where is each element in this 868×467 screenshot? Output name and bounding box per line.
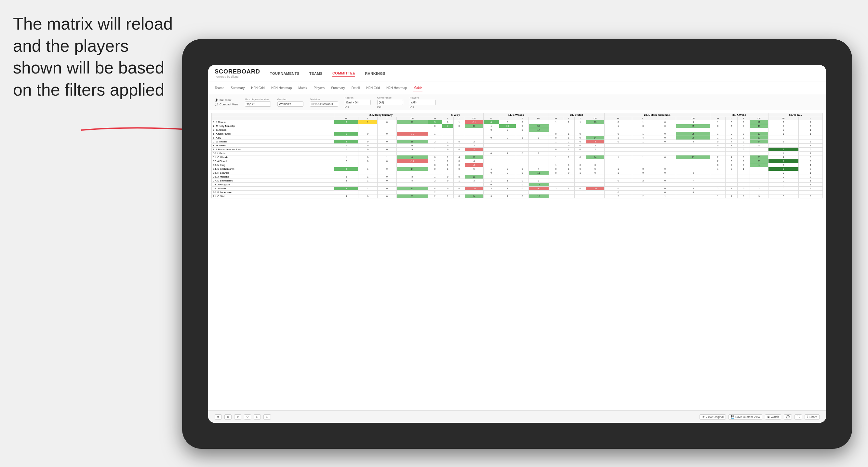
tablet-device: SCOREBOARD Powered by clippd TOURNAMENTS… bbox=[182, 39, 852, 449]
conference-label: Conference bbox=[377, 96, 403, 99]
table-row: 10. L Perini 0102 11 bbox=[212, 152, 823, 155]
max-players-select[interactable]: Top 25 bbox=[245, 101, 271, 107]
col-header-23: 23. L Marie Schumac. bbox=[604, 113, 710, 117]
table-row: 2. M Kelly Mulcahy 07040 110050 10035 06… bbox=[212, 124, 823, 128]
watch-label: Watch bbox=[771, 415, 779, 418]
table-row: 6. A Dy 0011 01014 14025 10013 bbox=[212, 136, 823, 140]
view-options: Full View Compact View bbox=[215, 98, 238, 106]
redo-button[interactable]: ↻ bbox=[224, 414, 231, 419]
fullscreen-icon: ⛶ bbox=[797, 415, 800, 418]
table-row: 20. E Andersson 2 0108 bbox=[212, 191, 823, 194]
table-row: 21. O Stoll 40033 21014 31010 221 1109 0… bbox=[212, 194, 823, 198]
matrix-content[interactable]: 2. M Kelly Mulcahy 6. A Dy 11. G Woods 2… bbox=[208, 110, 826, 410]
subnav-teams[interactable]: Teams bbox=[215, 85, 224, 91]
logo-area: SCOREBOARD Powered by clippd bbox=[215, 68, 260, 79]
fullscreen-button[interactable]: ⛶ bbox=[795, 414, 802, 419]
col-header-6: 6. A Dy bbox=[428, 113, 483, 117]
table-row: 12. A Bianchi 200-16 1104 20025 10 bbox=[212, 159, 823, 163]
table-row: 17. D Ballesteros 3105 2013 1101 0207 01 bbox=[212, 179, 823, 183]
subnav-h2hheatmap1[interactable]: H2H Heatmap bbox=[271, 85, 292, 91]
compact-view-option[interactable]: Compact View bbox=[215, 103, 238, 106]
filters-row: Full View Compact View Max players in vi… bbox=[208, 94, 826, 110]
players-label: Players bbox=[410, 96, 436, 99]
conference-filter: Conference (All) (All) bbox=[377, 96, 403, 108]
subnav-summary1[interactable]: Summary bbox=[230, 85, 245, 91]
redo-icon: ↻ bbox=[227, 415, 229, 418]
max-players-label: Max players in view bbox=[245, 98, 271, 101]
conference-select[interactable]: (All) bbox=[377, 100, 403, 105]
table-row: 5. A Nomrowski 100-11 1 010 01025 10013 … bbox=[212, 132, 823, 136]
view-original-button[interactable]: 👁 View: Original bbox=[700, 414, 726, 419]
subnav-h2hheatmap2[interactable]: H2H Heatmap bbox=[386, 85, 407, 91]
share-label: Share bbox=[809, 415, 817, 418]
nav-tournaments[interactable]: TOURNAMENTS bbox=[270, 70, 300, 77]
players-select[interactable]: (All) bbox=[410, 100, 436, 105]
col-header-2: 2. M Kelly Mulcahy bbox=[334, 113, 428, 117]
subnav-h2hgrid1[interactable]: H2H Grid bbox=[251, 85, 265, 91]
save-icon: 💾 bbox=[731, 415, 734, 418]
undo-button[interactable]: ↺ bbox=[215, 414, 222, 419]
subnav-matrix2[interactable]: Matrix bbox=[413, 85, 422, 91]
table-row: 1. J Garcia 31027 301-11 400 11110 0106 … bbox=[212, 120, 823, 124]
sub-nav: Teams Summary H2H Grid H2H Heatmap Matri… bbox=[208, 82, 826, 94]
col-header-38: 38. A Webb bbox=[710, 113, 769, 117]
save-custom-view-button[interactable]: 💾 Save Custom View bbox=[728, 414, 762, 419]
save-custom-label: Save Custom View bbox=[735, 415, 760, 418]
gender-select[interactable]: Women's bbox=[277, 101, 303, 107]
subnav-detail[interactable]: Detail bbox=[351, 85, 360, 91]
full-view-label: Full View bbox=[219, 98, 231, 102]
settings-button[interactable]: ⚙ bbox=[244, 414, 251, 419]
compact-view-label: Compact View bbox=[219, 103, 238, 106]
gender-filter: Gender Women's bbox=[277, 98, 303, 107]
annotation-text: The matrix will reload and the players s… bbox=[13, 13, 176, 101]
division-select[interactable]: NCAA Division II bbox=[310, 101, 338, 107]
undo-icon: ↺ bbox=[217, 415, 219, 418]
refresh-button[interactable]: ↻ bbox=[234, 414, 241, 419]
nav-links: TOURNAMENTS TEAMS COMMITTEE RANKINGS bbox=[270, 70, 385, 77]
table-row: 19. J Karrh 31013 400-20 310-35 210-10 0… bbox=[212, 187, 823, 191]
table-row: 7. O Mitchell 30018 2202 120-4 0104 0402… bbox=[212, 140, 823, 144]
zoom-fit-button[interactable]: ⊞ bbox=[254, 414, 261, 419]
comment-button[interactable]: 💬 bbox=[784, 414, 792, 419]
full-view-option[interactable]: Full View bbox=[215, 98, 238, 102]
toolbar-right: 👁 View: Original 💾 Save Custom View ◉ Wa… bbox=[700, 414, 819, 419]
table-row: 14. S Srichantamit 31014 0105 1204 0105 … bbox=[212, 167, 823, 171]
division-filter: Division NCAA Division II bbox=[310, 98, 338, 107]
gender-label: Gender bbox=[277, 98, 303, 101]
nav-bar: SCOREBOARD Powered by clippd TOURNAMENTS… bbox=[208, 65, 826, 82]
watch-icon: ◉ bbox=[767, 415, 770, 418]
region-filter: Region East - DII (All) bbox=[345, 96, 371, 108]
nav-teams[interactable]: TEAMS bbox=[309, 70, 322, 77]
share-icon: ⤴ bbox=[807, 415, 808, 418]
subnav-summary2[interactable]: Summary bbox=[331, 85, 345, 91]
col-header-21: 21. O Stoll bbox=[549, 113, 604, 117]
timer-icon: ⏱ bbox=[266, 415, 269, 418]
subnav-players[interactable]: Players bbox=[314, 85, 324, 91]
table-row: 15. H Stranda 02011 0010 1005 01 bbox=[212, 171, 823, 175]
table-row: 13. N Klug 010-2 1003 0201 01 bbox=[212, 163, 823, 167]
subnav-h2hgrid2[interactable]: H2H Grid bbox=[366, 85, 380, 91]
watch-button[interactable]: ◉ Watch bbox=[765, 414, 781, 419]
eye-icon: 👁 bbox=[702, 415, 705, 418]
region-select[interactable]: East - DII bbox=[345, 100, 371, 105]
timer-button[interactable]: ⏱ bbox=[264, 414, 271, 419]
compact-view-radio[interactable] bbox=[215, 103, 218, 106]
toolbar-left: ↺ ↻ ↻ ⚙ ⊞ ⏱ bbox=[215, 414, 271, 419]
table-row: 9. A Maria Jimenez Rios 1005 100-7 0102 … bbox=[212, 148, 823, 152]
nav-rankings[interactable]: RANKINGS bbox=[365, 70, 385, 77]
share-button[interactable]: ⤴ Share bbox=[805, 414, 819, 419]
matrix-table: 2. M Kelly Mulcahy 6. A Dy 11. G Woods 2… bbox=[211, 113, 823, 198]
subnav-matrix1[interactable]: Matrix bbox=[298, 85, 307, 91]
table-row: 8. M Torres 0010 1012 1003 0108 01 bbox=[212, 144, 823, 148]
logo-title: SCOREBOARD bbox=[215, 68, 260, 75]
view-original-label: View: Original bbox=[706, 415, 723, 418]
max-players-filter: Max players in view Top 25 bbox=[245, 98, 271, 107]
full-view-radio[interactable] bbox=[215, 98, 218, 102]
col-header-11: 11. G Woods bbox=[483, 113, 549, 117]
table-row: 11. G Woods 1010 01411 11014 11017 24020… bbox=[212, 155, 823, 159]
nav-committee[interactable]: COMMITTEE bbox=[332, 70, 355, 77]
refresh-icon: ↻ bbox=[237, 415, 239, 418]
comment-icon: 💬 bbox=[786, 415, 789, 418]
players-filter: Players (All) (All) bbox=[410, 96, 436, 108]
bottom-toolbar: ↺ ↻ ↻ ⚙ ⊞ ⏱ 👁 bbox=[208, 410, 826, 423]
